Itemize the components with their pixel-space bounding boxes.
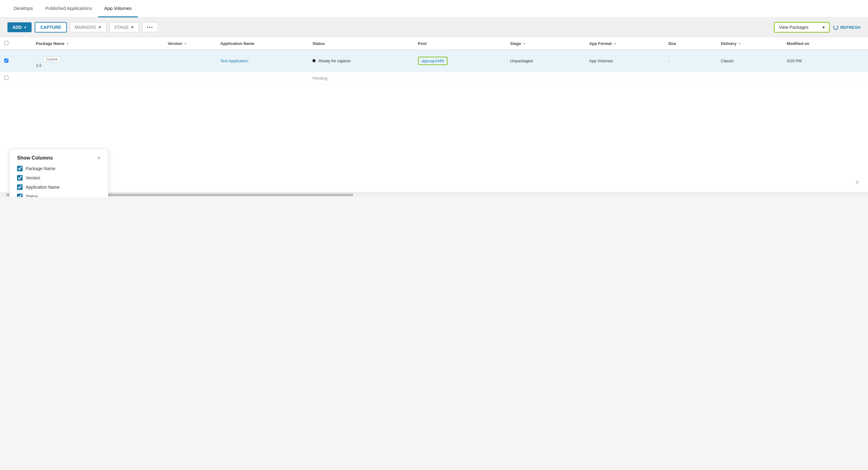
stage-cell: Unpackaged [506,50,585,72]
app-name-link[interactable]: Test Application [220,59,248,63]
status-dot-icon [312,59,315,62]
pkg-filter-icon: ▾ [67,42,68,46]
version-cell [163,50,216,72]
appfmt-filter-icon: ▾ [614,42,616,46]
current-label: Current [43,56,60,62]
refresh-button[interactable]: REFRESH [833,25,861,30]
row-check-cell [0,50,32,72]
col-label-pkg-name: Package Name [26,166,56,171]
pool-value[interactable]: appcap1449 [418,57,448,65]
col-header-app-format[interactable]: App Format ▾ [585,37,663,50]
version-filter-icon: ▾ [185,42,186,46]
tab-published-apps[interactable]: Published Applications [39,0,98,17]
column-toggle-app-name: Application Name [17,184,101,190]
app-format-cell [585,72,663,85]
col-header-version[interactable]: Version ▾ [163,37,216,50]
row-check-cell [0,72,32,85]
app-name-cell: Test Application [216,50,308,72]
table-header: Package Name ▾ Version ▾ Application Nam… [0,37,868,50]
app-format-cell: App Volumes [585,50,663,72]
table-body: Current 3.5 Test Application Ready for c… [0,50,868,85]
table-row[interactable]: Current 3.5 Test Application Ready for c… [0,50,868,72]
row-checkbox[interactable] [4,76,8,80]
table-row[interactable]: Pending [0,72,868,85]
pool-cell: appcap1449 [414,50,506,72]
stage-cell [506,72,585,85]
pkg-name-cell: Current 3.5 [32,50,163,72]
view-packages-button[interactable]: View Packages ▾ [774,22,830,32]
col-header-pkg-name[interactable]: Package Name ▾ [32,37,163,50]
status-cell: Ready for capture [308,50,413,72]
col-label-version: Version [26,175,40,180]
column-toggle-status: Status [17,194,101,197]
app-name-cell [216,72,308,85]
col-checkbox-status[interactable] [17,194,23,197]
capture-button[interactable]: CAPTURE [35,22,67,32]
col-header-app-name[interactable]: Application Name [216,37,308,50]
stage-label: STAGE [114,25,128,30]
horizontal-scrollbar[interactable] [0,192,868,197]
add-button[interactable]: ADD ▼ [7,22,32,32]
refresh-label: REFRESH [840,25,861,30]
column-toggle-version: Version [17,175,101,181]
pool-cell [414,72,506,85]
size-cell [664,72,717,85]
modified-cell [782,72,868,85]
show-columns-popup: Show Columns × Package Name Version Appl… [9,149,108,197]
popup-title: Show Columns [17,155,53,161]
modified-cell: 3/20 PM [782,50,868,72]
view-packages-chevron-icon: ▾ [823,25,825,30]
col-header-delivery[interactable]: Delivery ▾ [717,37,782,50]
column-toggle-pkg-name: Package Name [17,166,101,171]
delivery-cell [717,72,782,85]
stage-filter-icon: ▾ [523,42,525,46]
toolbar-right: View Packages ▾ REFRESH [774,22,861,32]
col-header-pool[interactable]: Pool [414,37,506,50]
col-header-size[interactable]: Size [664,37,717,50]
more-actions-button[interactable]: ••• [142,22,158,32]
col-header-stage[interactable]: Stage ▾ [506,37,585,50]
add-chevron-icon: ▼ [24,26,27,29]
col-label-status: Status [26,194,38,197]
col-checkbox-app-name[interactable] [17,184,23,190]
version-cell: 3.5 [36,63,159,68]
markers-button[interactable]: MARKERS ▼ [70,22,106,32]
col-checkbox-version[interactable] [17,175,23,181]
markers-label: MARKERS [74,25,96,30]
popup-header: Show Columns × [17,155,101,161]
col-header-status[interactable]: Status [308,37,413,50]
col-header-modified[interactable]: Modified on [782,37,868,50]
top-nav: Desktops Published Applications App Volu… [0,0,868,18]
add-label: ADD [12,25,22,30]
col-header-check [0,37,32,50]
col-label-app-name: Application Name [26,185,60,189]
view-packages-label: View Packages [779,25,808,30]
table-wrapper: Package Name ▾ Version ▾ Application Nam… [0,37,868,85]
pkg-name-cell [32,72,163,85]
stage-chevron-icon: ▼ [130,25,134,30]
markers-chevron-icon: ▼ [97,25,102,30]
select-all-checkbox[interactable] [4,41,8,45]
refresh-icon [833,25,838,30]
tab-desktops[interactable]: Desktops [7,0,39,17]
status-cell: Pending [308,72,413,85]
row-checkbox[interactable] [4,59,8,63]
col-checkbox-pkg-name[interactable] [17,166,23,171]
delivery-filter-icon: ▾ [739,42,741,46]
tab-app-volumes[interactable]: App Volumes [98,0,138,17]
main-content: Package Name ▾ Version ▾ Application Nam… [0,37,868,192]
stage-button[interactable]: STAGE ▼ [110,22,139,32]
delivery-cell: Classic [717,50,782,72]
toolbar: ADD ▼ CAPTURE MARKERS ▼ STAGE ▼ ••• View… [0,18,868,37]
page-info: 1/ [855,180,859,184]
packages-table: Package Name ▾ Version ▾ Application Nam… [0,37,868,85]
status-text: Ready for capture [319,59,350,63]
version-cell [163,72,216,85]
size-cell: - [664,50,717,72]
popup-close-button[interactable]: × [97,155,101,161]
